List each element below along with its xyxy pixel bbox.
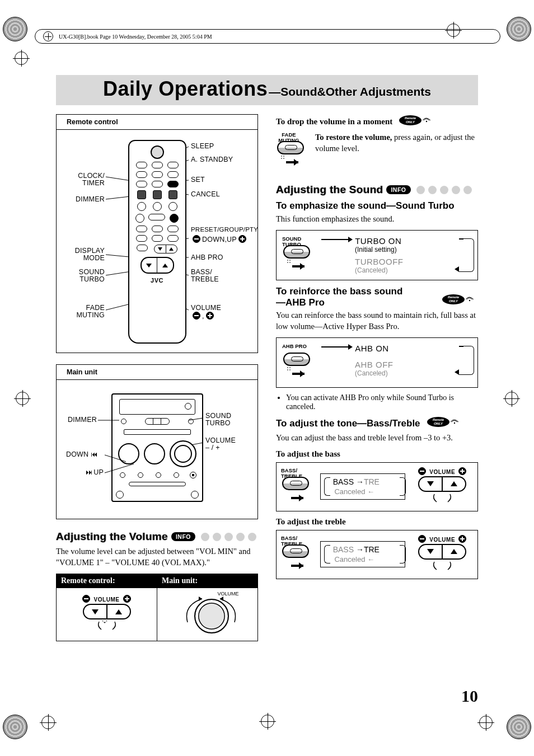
fade-muting-button-icon: FADE MUTING (276, 132, 310, 170)
left-column: Remote control CLOCK/ TIMER DIMMER DISPL… (56, 114, 258, 689)
section-heading-volume: Adjusting the Volume INFO (56, 530, 258, 543)
info-badge: INFO (171, 532, 195, 541)
page-number: 10 (461, 687, 478, 706)
remote-only-badge: RemoteONLY (426, 416, 463, 430)
crosshair-icon (505, 392, 518, 405)
reg-mark-icon (507, 17, 531, 41)
minus-icon (418, 467, 426, 475)
svg-marker-18 (199, 597, 202, 601)
crosshair-icon (43, 31, 53, 41)
info-badge: INFO (386, 185, 410, 194)
remote-icon: JVC (128, 140, 186, 344)
doc-header-trace: UX-G30[B].book Page 10 Wednesday, Decemb… (35, 29, 500, 44)
section-heading-sound: Adjusting the Sound INFO (276, 184, 478, 196)
bass-adjust-diagram: BASS/ TREBLE BASS →TRE Canceled ← VOLUME (276, 462, 478, 511)
svg-point-29 (469, 300, 470, 301)
svg-marker-35 (299, 495, 303, 501)
main-unit-illustration: DIMMER DOWN ⏮ ⏭ UP SOUND TURBO VOLUME – … (57, 380, 257, 519)
remote-only-badge: RemoteONLY (398, 114, 435, 129)
body-text: To restore the volume, (315, 133, 392, 142)
reg-mark-icon (3, 715, 27, 739)
subsection-heading: To reinforce the bass sound —AHB Pro (276, 286, 435, 308)
state-sublabel: (Canceled) (355, 369, 455, 377)
reg-mark-icon (3, 17, 27, 41)
svg-marker-30 (300, 370, 305, 377)
sub-heading: To adjust the treble (276, 517, 478, 527)
state-sublabel: (Canceled) (355, 266, 455, 274)
arrow-right-icon (321, 237, 353, 242)
reg-mark-icon (507, 715, 531, 739)
state-label: TURBO ON (355, 236, 401, 246)
svg-text:Remote: Remote (448, 295, 459, 299)
jvc-logo: JVC (129, 277, 185, 284)
svg-text:ONLY: ONLY (449, 299, 458, 303)
doc-trace-text: UX-G30[B].book Page 10 Wednesday, Decemb… (59, 34, 212, 40)
heading-text: To drop the volume in a moment (276, 117, 392, 126)
svg-point-23 (426, 121, 427, 122)
page-title: Daily Operations (103, 77, 268, 101)
svg-text:ONLY: ONLY (433, 422, 443, 425)
note-list: You can activate AHB Pro only while Soun… (276, 393, 478, 411)
volume-rocker-icon: VOLUME (81, 595, 132, 634)
body-text: The volume level can be adjusted between… (56, 546, 258, 568)
table-cell: VOLUME (157, 588, 258, 641)
svg-marker-25 (300, 263, 305, 270)
loop-arrow-icon (459, 346, 474, 375)
table-cell: VOLUME (57, 588, 157, 641)
sound-turbo-button-icon: SOUND TURBO (282, 236, 316, 274)
crosshair-icon (15, 51, 28, 65)
content-columns: Remote control CLOCK/ TIMER DIMMER DISPL… (56, 114, 478, 689)
bass-treble-button-icon: BASS/ TREBLE (281, 468, 315, 506)
bass-treble-state: BASS →TRE Canceled ← (320, 541, 405, 567)
note-text: You can activate AHB Pro only while Soun… (286, 393, 478, 411)
minus-icon (82, 595, 90, 603)
svg-text:Remote: Remote (405, 116, 416, 120)
drop-volume-block: FADE MUTING To restore the volume, press… (276, 132, 478, 170)
volume-knob-icon: VOLUME (174, 591, 241, 636)
bass-treble-button-icon: BASS/ TREBLE (281, 536, 315, 574)
svg-marker-19 (220, 597, 223, 601)
arrow-right-icon (321, 344, 353, 350)
state-sublabel: (Initial setting) (355, 246, 455, 253)
dot-row-icon (201, 533, 256, 541)
plus-icon (458, 535, 466, 543)
body-text: You can reinforce the bass sound to main… (276, 310, 478, 332)
svg-marker-36 (299, 562, 303, 569)
state-label: TURBOOFF (355, 257, 455, 266)
ahb-pro-button-icon: AHB PRO (282, 344, 316, 382)
body-text: You can adjust the bass and treble level… (276, 433, 478, 444)
section-title: Adjusting the Sound (276, 184, 383, 196)
plus-icon (458, 467, 466, 475)
right-column: To drop the volume in a moment RemoteONL… (276, 114, 478, 689)
page-subtitle: —Sound&Other Adjustments (269, 85, 431, 98)
crosshair-icon (479, 716, 493, 729)
main-unit-panel: Main unit DIMMER DOWN ⏮ ⏭ UP SOUND TURBO… (56, 364, 258, 519)
minus-icon (418, 535, 426, 543)
remote-only-badge: RemoteONLY (441, 293, 478, 308)
volume-rocker-icon: VOLUME (416, 535, 468, 574)
state-label: AHB ON (355, 344, 389, 353)
bass-treble-state: BASS →TRE Canceled ← (320, 473, 405, 500)
main-unit-icon (111, 393, 203, 502)
loop-arrow-icon (459, 238, 474, 272)
dot-row-icon (416, 186, 472, 194)
page: UX-G30[B].book Page 10 Wednesday, Decemb… (0, 0, 534, 756)
section-title: Adjusting the Volume (56, 530, 168, 543)
panel-heading: Remote control (57, 115, 257, 130)
ahb-pro-diagram: AHB PRO AHB ON AHB OFF (Canceled) (276, 337, 478, 388)
remote-illustration: CLOCK/ TIMER DIMMER DISPLAY MODE SOUND T… (57, 130, 257, 353)
treble-adjust-diagram: BASS/ TREBLE BASS →TRE Canceled ← VOLUME (276, 530, 478, 579)
crosshair-icon (16, 392, 29, 405)
svg-point-34 (453, 422, 455, 424)
panel-heading: Main unit (57, 365, 257, 380)
drop-volume-heading: To drop the volume in a moment RemoteONL… (276, 114, 478, 129)
sub-heading: To adjust the bass (276, 449, 478, 459)
page-title-bar: Daily Operations —Sound&Other Adjustment… (56, 75, 478, 105)
volume-rocker-icon: VOLUME (416, 467, 468, 506)
volume-controls-table: Remote control: Main unit: VOLUME VOLUME (56, 574, 258, 641)
svg-marker-24 (294, 159, 298, 166)
subsection-heading: To adjust the tone—Bass/Treble (276, 418, 420, 429)
plus-icon (123, 595, 131, 603)
subsection-heading: To emphasize the sound—Sound Turbo (276, 200, 478, 212)
table-header: Remote control: (57, 574, 157, 588)
